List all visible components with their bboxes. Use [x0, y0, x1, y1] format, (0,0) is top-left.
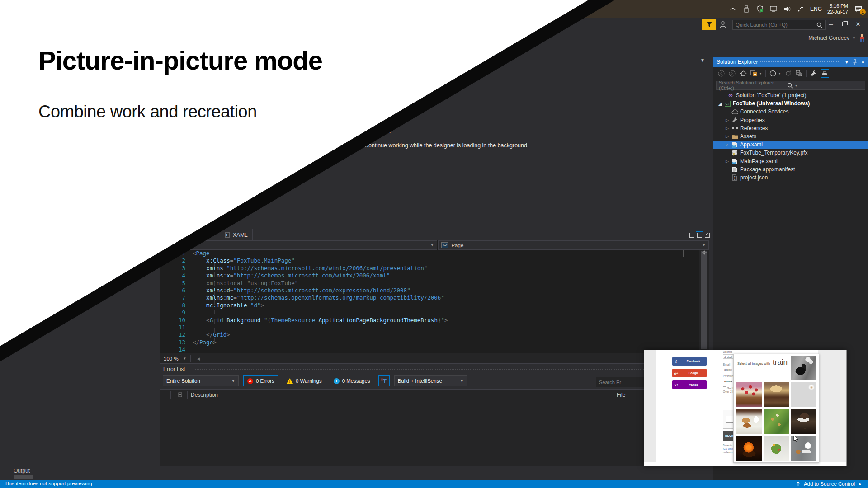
code-line[interactable]: 11: [160, 324, 699, 331]
solution-explorer-title-bar[interactable]: Solution Explorer ▼ ✕: [713, 57, 868, 67]
captcha-cell-breakfast-plate[interactable]: [736, 409, 762, 434]
code-line[interactable]: 10 <Grid Background="{ThemeResource Appl…: [160, 317, 699, 324]
captcha-cell-coffee-beans[interactable]: [791, 409, 816, 434]
editor-scrollbar-thumb[interactable]: [701, 251, 707, 349]
code-line[interactable]: 2 x:Class="FoxTube.MainPage": [160, 257, 699, 264]
refresh-icon[interactable]: [784, 70, 792, 77]
pending-changes-filter-icon[interactable]: [769, 70, 777, 77]
tree-item-app-xaml[interactable]: ▷App.xaml: [713, 141, 868, 149]
captcha-cell-salad-plate[interactable]: [764, 436, 789, 461]
sort-column-icon[interactable]: [178, 392, 183, 398]
tree-item-mainpage-xaml[interactable]: ▷MainPage.xaml: [713, 157, 868, 165]
close-button[interactable]: ✕: [852, 18, 864, 30]
code-line[interactable]: 13</Page>: [160, 339, 699, 346]
split-horizontal-icon[interactable]: [696, 231, 703, 239]
tree-item-properties[interactable]: ▷Properties: [713, 116, 868, 124]
volume-icon[interactable]: [783, 5, 791, 13]
code-line[interactable]: 12 </Grid>: [160, 331, 699, 338]
code-line[interactable]: 1<Page: [160, 250, 699, 257]
code-editor[interactable]: 1<Page2 x:Class="FoxTube.MainPage"3 xmln…: [160, 250, 699, 353]
expander-icon[interactable]: ◢: [717, 101, 723, 106]
chevron-down-icon[interactable]: ▼: [778, 72, 781, 75]
display-icon[interactable]: [769, 5, 778, 13]
pin-icon[interactable]: [851, 58, 859, 66]
split-handle-icon[interactable]: [702, 250, 707, 255]
account-area[interactable]: Michael Gordeev ▼: [769, 33, 866, 43]
zoom-level-dropdown[interactable]: 100 %: [164, 356, 179, 361]
captcha-cell-pancakes-coffee[interactable]: [791, 382, 816, 407]
newsletter-checkbox[interactable]: [723, 386, 726, 389]
warnings-filter-button[interactable]: ! 0 Warnings: [283, 376, 326, 386]
home-icon[interactable]: [739, 70, 747, 77]
document-well-dropdown[interactable]: ▼: [700, 58, 705, 63]
preview-selected-items-icon[interactable]: [821, 69, 829, 78]
quick-launch-input[interactable]: Quick Launch (Ctrl+Q): [732, 20, 826, 30]
scope-dropdown[interactable]: Entire Solution ▼: [163, 375, 239, 386]
element-breadcrumb-dropdown[interactable]: <> Page ▼: [438, 240, 709, 250]
facebook-login-button[interactable]: fFacebook: [672, 357, 707, 366]
code-line[interactable]: 9: [160, 309, 699, 316]
chevron-down-icon[interactable]: ▼: [183, 357, 187, 361]
scroll-left-icon[interactable]: ◀: [197, 357, 200, 361]
tab-output[interactable]: Output: [14, 468, 30, 474]
chevron-down-icon[interactable]: ▼: [795, 84, 863, 87]
expander-icon[interactable]: ▷: [724, 134, 731, 139]
feedback-flag-button[interactable]: [702, 19, 716, 30]
forward-icon[interactable]: [728, 70, 736, 77]
code-line[interactable]: 8 mc:Ignorable="d">: [160, 302, 699, 309]
sync-with-active-document-icon[interactable]: [750, 70, 758, 77]
add-to-source-control[interactable]: Add to Source Control ▲: [796, 481, 862, 487]
collapse-all-icon[interactable]: [795, 70, 803, 77]
captcha-cell-walnut-salad[interactable]: [764, 409, 789, 434]
solution-explorer-search-input[interactable]: Search Solution Explorer (Ctrl+;) ▼: [716, 81, 865, 90]
messages-filter-button[interactable]: i 0 Messages: [330, 376, 374, 386]
swap-panes-icon[interactable]: [703, 231, 711, 239]
code-line[interactable]: 14: [160, 346, 699, 353]
close-icon[interactable]: ✕: [859, 58, 867, 66]
feedback-person-icon[interactable]: [719, 20, 728, 28]
error-list-body[interactable]: [160, 400, 709, 466]
expander-icon[interactable]: ▷: [724, 159, 731, 164]
filter-button[interactable]: [378, 375, 390, 386]
taskbar-clock[interactable]: 5:16 PM 22-Jul-17: [827, 3, 848, 15]
minimize-button[interactable]: ─: [825, 18, 837, 30]
tree-item-references[interactable]: ▷References: [713, 124, 868, 132]
tree-item-foxtube-temporarykey-pfx[interactable]: FoxTube_TemporaryKey.pfx: [713, 149, 868, 157]
yahoo-login-button[interactable]: Y!Yahoo: [672, 380, 707, 389]
split-vertical-icon[interactable]: [688, 231, 696, 239]
build-filter-dropdown[interactable]: Build + IntelliSense ▼: [394, 375, 467, 386]
expander-icon[interactable]: ▷: [724, 142, 731, 147]
code-line[interactable]: 3 xmlns="http://schemas.microsoft.com/wi…: [160, 265, 699, 272]
back-icon[interactable]: [717, 70, 725, 77]
restore-button[interactable]: [838, 18, 851, 30]
fine-print-link[interactable]: IGN User: [723, 447, 733, 450]
tree-item-package-appxmanifest[interactable]: Package.appxmanifest: [713, 165, 868, 174]
tree-item-project-json[interactable]: {}project.json: [713, 174, 868, 182]
column-description[interactable]: Description: [191, 392, 218, 398]
usb-icon[interactable]: [742, 5, 750, 13]
tree-item-assets[interactable]: ▷Assets: [713, 132, 868, 141]
language-indicator[interactable]: ENG: [810, 6, 822, 12]
tab-xaml[interactable]: XAML: [220, 229, 253, 240]
expander-icon[interactable]: ▷: [724, 118, 731, 122]
tree-item-connected-services[interactable]: Connected Services: [713, 108, 868, 116]
column-file[interactable]: File: [617, 392, 625, 398]
captcha-cell-dessert-glass[interactable]: [764, 382, 789, 407]
pen-icon[interactable]: [797, 5, 805, 13]
google-login-button[interactable]: g+Google: [672, 369, 707, 377]
recaptcha-checkbox[interactable]: [726, 416, 733, 423]
defender-shield-icon[interactable]: [756, 5, 764, 13]
tree-item-foxtube-universal-windows-[interactable]: ◢C#FoxTube (Universal Windows): [713, 99, 868, 108]
properties-wrench-icon[interactable]: [810, 70, 817, 77]
captcha-cell-orange-bowl[interactable]: [736, 436, 762, 461]
notifications-icon[interactable]: 1: [854, 5, 863, 13]
captcha-cell-strawberry-cake[interactable]: [736, 382, 762, 407]
tree-item-solution-foxtube-1-project-[interactable]: ∞Solution 'FoxTube' (1 project): [713, 91, 868, 99]
window-position-dropdown[interactable]: ▼: [843, 58, 850, 66]
errors-filter-button[interactable]: ✕ 0 Errors: [243, 375, 278, 386]
expander-icon[interactable]: ▷: [724, 126, 731, 131]
chevron-up-icon[interactable]: [729, 5, 737, 13]
pip-window[interactable]: fFacebookg+GoogleY!Yahoo Userna dr dooli…: [644, 350, 847, 466]
code-line[interactable]: 6 xmlns:d="http://schemas.microsoft.com/…: [160, 287, 699, 294]
code-line[interactable]: 4 xmlns:x="http://schemas.microsoft.com/…: [160, 272, 699, 279]
